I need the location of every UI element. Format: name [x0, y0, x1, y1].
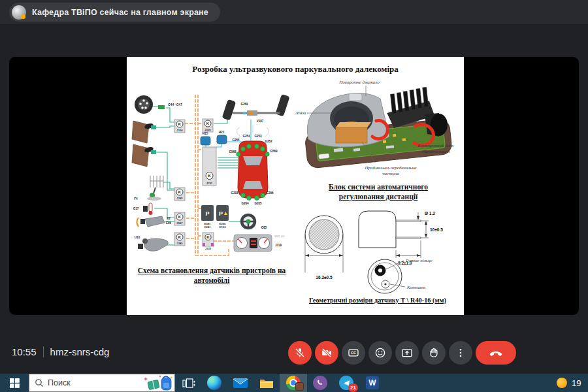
svg-text:K241: K241: [204, 225, 211, 229]
word-taskbar-button[interactable]: W: [359, 374, 385, 392]
telegram-unread-badge: 21: [348, 384, 358, 392]
transceiver-label-1: Приймально-передавальна: [365, 165, 417, 171]
svg-text:U10: U10: [135, 236, 140, 239]
svg-text:E2: E2: [167, 217, 171, 220]
control-unit-j527: K J527: [174, 212, 185, 225]
car-sensor-wiring-diagram: G44 - G47 G269 V187 F4: [129, 84, 294, 269]
presenter-avatar: [12, 5, 26, 20]
presenter-status-text: Кафедра ТВіПО сейчас на главном экране: [32, 8, 208, 17]
svg-text:K: K: [178, 215, 182, 219]
chrome-taskbar-button[interactable]: [280, 374, 307, 392]
edge-icon: [207, 376, 221, 390]
steering-axle: G269 V187: [222, 94, 290, 123]
slide-title: Розробка ультразвукового паркувального д…: [127, 64, 464, 74]
svg-text:G204: G204: [241, 202, 249, 205]
svg-text:V187: V187: [257, 120, 264, 123]
control-unit-j285: K J285: [174, 188, 185, 201]
task-view-icon: [181, 376, 195, 389]
present-screen-button[interactable]: [395, 341, 419, 365]
svg-text:K: K: [178, 235, 182, 239]
presenter-pill[interactable]: Кафедра ТВіПО сейчас на главном экране: [9, 3, 220, 22]
file-explorer-button[interactable]: [253, 374, 280, 392]
rubber-ring-label: Гумове кільце: [405, 258, 433, 263]
start-button[interactable]: [0, 374, 29, 392]
sensor-dimensions-drawing: 16.2±0.5 Ø 1.2 10±0.5 9.2±1.0: [297, 203, 460, 296]
presentation-slide: Розробка ультразвукового паркувального д…: [127, 57, 464, 315]
contact-label: Контакт: [406, 285, 425, 290]
svg-text:G85: G85: [261, 226, 267, 229]
clock-time: 10:55: [12, 346, 37, 357]
svg-text:K: K: [206, 235, 210, 239]
mic-off-icon: [294, 347, 306, 359]
svg-text:J500: J500: [204, 128, 211, 131]
control-unit-j500: K J500: [203, 119, 213, 132]
search-icon: [35, 378, 44, 387]
steering-column-stalk: E2 E86: [137, 216, 172, 227]
svg-text:E86: E86: [166, 221, 172, 225]
raise-hand-button[interactable]: [422, 341, 446, 365]
svg-text:H15: H15: [203, 132, 208, 135]
trailer-hitch: U10: [135, 236, 169, 251]
more-options-button[interactable]: [449, 341, 472, 365]
ecu-label-2: обробки даних: [421, 149, 450, 154]
svg-text:G253: G253: [254, 135, 262, 138]
transceiver-label-2: частина: [382, 171, 399, 176]
camera-off-button[interactable]: [315, 341, 338, 365]
svg-text:K136: K136: [219, 225, 226, 229]
shared-screen-tile[interactable]: Розробка ультразвукового паркувального д…: [9, 57, 579, 315]
svg-text:G252: G252: [265, 140, 272, 143]
wheel-speed-sensor: G44 - G47: [135, 95, 182, 114]
gear-shifter: F4: [134, 176, 163, 201]
svg-text:K: K: [178, 122, 182, 126]
instrument-cluster: J119 S289_001: [234, 235, 285, 252]
reactions-button[interactable]: [368, 341, 392, 365]
side-view: Ø 1.2 10±0.5 9.2±1.0: [359, 211, 443, 265]
task-view-button[interactable]: [175, 374, 201, 392]
ecu-label-1: Електронний блок: [417, 143, 455, 148]
end-call-button[interactable]: [476, 341, 516, 365]
sensor-block-cutaway: Поворотне дзеркало Лінза Електронний бло…: [294, 76, 460, 181]
svg-text:S289_001: S289_001: [274, 235, 285, 238]
smiley-icon: [374, 347, 386, 359]
telegram-taskbar-button[interactable]: 21: [333, 374, 359, 392]
chrome-profile-avatar: [295, 382, 304, 391]
steering-wheel: G85: [242, 215, 267, 229]
mail-icon: [233, 378, 248, 389]
svg-text:J104: J104: [176, 129, 183, 132]
svg-text:G44 - G47: G44 - G47: [168, 103, 182, 106]
svg-text:G203: G203: [231, 191, 238, 195]
svg-text:G255: G255: [232, 139, 240, 142]
windows-taskbar: Поиск: [0, 374, 588, 392]
temperature-value: 19: [572, 378, 581, 388]
more-vertical-icon: [455, 347, 466, 359]
taskbar-search-box[interactable]: Поиск: [29, 374, 175, 392]
park-assist-buttons: P P E581 K241 E266 K136: [201, 205, 229, 229]
svg-text:G206: G206: [266, 191, 274, 195]
left-diagram-caption: Схема встановлення датчиків пристроїв на…: [129, 266, 294, 286]
hand-icon: [428, 347, 440, 359]
svg-text:G17: G17: [133, 207, 139, 210]
control-unit-j791: K J791: [203, 147, 216, 186]
svg-text:J119: J119: [275, 244, 282, 247]
viber-icon: [313, 376, 327, 390]
weather-widget[interactable]: 19: [557, 374, 581, 392]
end-call-icon: [488, 347, 504, 359]
svg-text:G205: G205: [254, 202, 262, 205]
microphone-off-button[interactable]: [288, 341, 312, 365]
search-highlight-illustration: [143, 374, 173, 391]
edge-taskbar-button[interactable]: [201, 374, 227, 392]
svg-text:J285: J285: [176, 197, 183, 200]
meeting-info: 10:55 hmz-snrs-cdg: [12, 346, 109, 357]
svg-text:J533: J533: [205, 247, 212, 250]
pedal-sensors: [132, 121, 156, 167]
svg-text:H22: H22: [219, 131, 225, 134]
mail-taskbar-button[interactable]: [227, 374, 253, 392]
captions-button[interactable]: CC: [342, 341, 365, 365]
viber-taskbar-button[interactable]: [307, 374, 333, 392]
svg-text:F4: F4: [134, 197, 138, 201]
temperature-sensor: G17: [133, 203, 153, 215]
svg-text:G569: G569: [270, 150, 278, 153]
right-caption: Блок системи автоматичного регулювання д…: [298, 182, 459, 202]
meeting-code: hmz-snrs-cdg: [50, 346, 110, 357]
presenting-banner: Кафедра ТВіПО сейчас на главном экране: [0, 0, 588, 25]
